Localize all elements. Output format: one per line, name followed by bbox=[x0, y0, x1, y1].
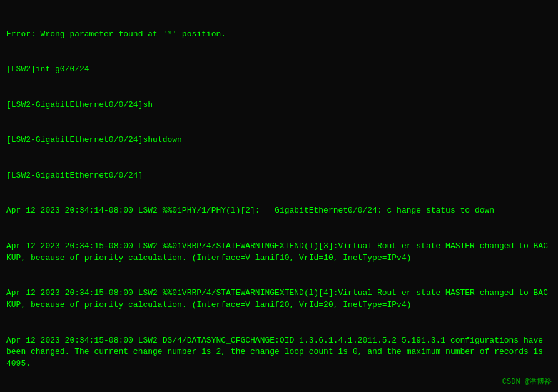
terminal-window: Error: Wrong parameter found at '*' posi… bbox=[0, 0, 558, 392]
terminal-content: Error: Wrong parameter found at '*' posi… bbox=[6, 5, 552, 392]
watermark: CSDN @潘博裕 bbox=[502, 376, 552, 387]
line-6: Apr 12 2023 20:34:14-08:00 LSW2 %%01PHY/… bbox=[6, 205, 552, 217]
line-3: [LSW2-GigabitEthernet0/0/24]sh bbox=[6, 99, 552, 111]
line-8: Apr 12 2023 20:34:15-08:00 LSW2 %%01VRRP… bbox=[6, 288, 552, 311]
line-5: [LSW2-GigabitEthernet0/0/24] bbox=[6, 170, 552, 182]
line-1: Error: Wrong parameter found at '*' posi… bbox=[6, 29, 552, 41]
line-7: Apr 12 2023 20:34:15-08:00 LSW2 %%01VRRP… bbox=[6, 241, 552, 264]
line-9: Apr 12 2023 20:34:15-08:00 LSW2 DS/4/DAT… bbox=[6, 335, 552, 371]
line-2: [LSW2]int g0/0/24 bbox=[6, 64, 552, 76]
line-4: [LSW2-GigabitEthernet0/0/24]shutdown bbox=[6, 134, 552, 146]
